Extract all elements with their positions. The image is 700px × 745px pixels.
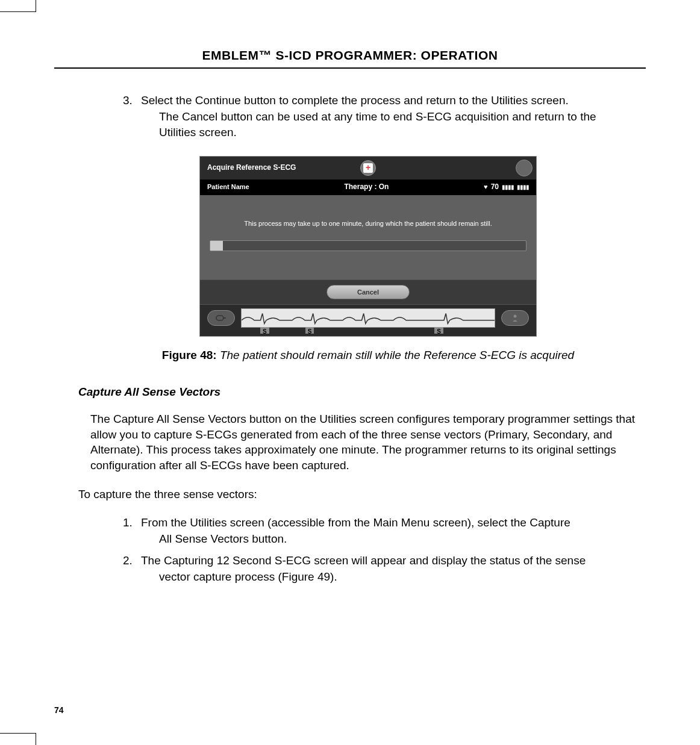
step-1-line2: All Sense Vectors button. xyxy=(141,531,646,547)
cancel-button[interactable]: Cancel xyxy=(327,285,410,299)
heart-icon: ♥ xyxy=(484,182,488,192)
progress-fill xyxy=(210,241,223,251)
topbar-title: Acquire Reference S-ECG xyxy=(207,163,296,173)
progress-bar xyxy=(210,240,527,251)
marker-s-1: S xyxy=(260,328,269,334)
section-heading: Capture All Sense Vectors xyxy=(78,384,646,401)
page-content: EMBLEM™ S-ICD PROGRAMMER: OPERATION 3. S… xyxy=(0,0,700,745)
device-infobar: Patient Name Therapy : On ♥ 70 ▮▮▮▮ ▮▮▮▮ xyxy=(200,179,536,195)
crop-mark-bottom xyxy=(0,733,36,745)
marker-s-2: S xyxy=(305,328,314,334)
figure-caption: Figure 48: The patient should remain sti… xyxy=(90,348,646,364)
ecg-waveform xyxy=(242,309,495,327)
rescue-shock-button[interactable]: + xyxy=(360,160,376,176)
menu-button[interactable] xyxy=(516,160,533,176)
device-topbar: Acquire Reference S-ECG + xyxy=(200,157,536,179)
process-message: This process may take up to one minute, … xyxy=(210,219,527,228)
step-2-number: 2. xyxy=(123,553,141,585)
steps-list: 1. From the Utilities screen (accessible… xyxy=(123,515,646,585)
step-3-item: 3. Select the Continue button to complet… xyxy=(123,93,646,141)
header-divider xyxy=(54,67,646,69)
battery-icon: ▮▮▮▮ xyxy=(502,183,514,192)
step-1-number: 1. xyxy=(123,515,141,547)
device-icon xyxy=(215,314,227,322)
device-screen: Acquire Reference S-ECG + Patient Name T… xyxy=(199,156,537,337)
bpm-value: 70 xyxy=(491,182,499,192)
step-1-item: 1. From the Utilities screen (accessible… xyxy=(123,515,646,547)
right-device-button[interactable] xyxy=(501,310,529,326)
device-footer xyxy=(200,305,536,328)
device-main-area: This process may take up to one minute, … xyxy=(200,195,536,279)
step-2-item: 2. The Capturing 12 Second S-ECG screen … xyxy=(123,553,646,585)
step-1-line1: From the Utilities screen (accessible fr… xyxy=(141,515,646,531)
ecg-markers: S S S xyxy=(200,328,536,336)
step-2-line1: The Capturing 12 Second S-ECG screen wil… xyxy=(141,553,646,569)
step-3-number: 3. xyxy=(123,93,141,141)
step-3-line3: Utilities screen. xyxy=(141,125,596,141)
svg-rect-0 xyxy=(216,316,223,320)
patient-name-label: Patient Name xyxy=(207,182,249,192)
cancel-area: Cancel xyxy=(200,279,536,305)
signal-icon: ▮▮▮▮ xyxy=(517,183,529,192)
step-2-line2: vector capture process (Figure 49). xyxy=(141,569,646,585)
device-screenshot: Acquire Reference S-ECG + Patient Name T… xyxy=(90,156,646,337)
step-3-line2: The Cancel button can be used at any tim… xyxy=(141,109,596,125)
plus-icon: + xyxy=(363,163,373,173)
status-indicators: ♥ 70 ▮▮▮▮ ▮▮▮▮ xyxy=(484,182,529,192)
page-number: 74 xyxy=(54,705,64,715)
section-paragraph: The Capture All Sense Vectors button on … xyxy=(90,411,646,473)
ecg-trace xyxy=(241,308,495,328)
page-title: EMBLEM™ S-ICD PROGRAMMER: OPERATION xyxy=(54,48,646,63)
figure-label: Figure 48: xyxy=(162,349,217,361)
therapy-status: Therapy : On xyxy=(344,182,389,192)
step-3-line1: Select the Continue button to complete t… xyxy=(141,93,596,109)
steps-intro: To capture the three sense vectors: xyxy=(78,487,646,502)
marker-s-3: S xyxy=(434,328,443,334)
left-device-button[interactable] xyxy=(207,310,235,326)
svg-point-2 xyxy=(514,314,517,317)
person-icon xyxy=(511,314,519,322)
